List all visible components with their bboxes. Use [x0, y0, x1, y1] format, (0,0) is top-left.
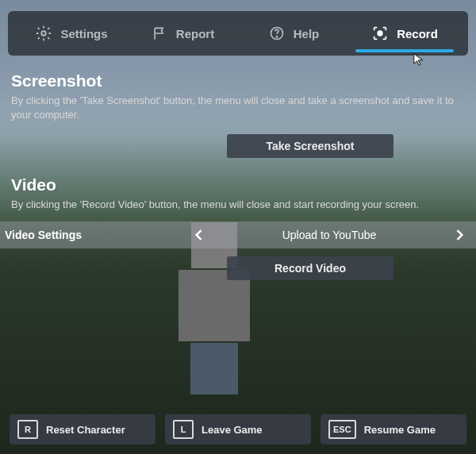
tab-label: Settings [60, 27, 107, 40]
tab-label: Help [294, 27, 320, 40]
video-desc: By clicking the 'Record Video' button, t… [11, 198, 465, 212]
screenshot-title: Screenshot [11, 71, 465, 90]
tab-help[interactable]: Help [238, 11, 349, 56]
leave-game-button[interactable]: L Leave Game [165, 414, 311, 444]
video-setting-value: Upload to YouTube [282, 229, 377, 241]
video-setting-next-button[interactable] [449, 225, 470, 245]
tab-content: Screenshot By clicking the 'Take Screens… [0, 56, 476, 280]
bottom-label: Leave Game [202, 424, 263, 436]
video-title: Video [11, 175, 465, 194]
tab-settings[interactable]: Settings [16, 11, 127, 56]
tab-report[interactable]: Report [127, 11, 238, 56]
bottom-label: Reset Character [46, 424, 125, 436]
video-setting-prev-button[interactable] [189, 225, 209, 245]
gear-icon [35, 25, 52, 42]
bottom-bar: R Reset Character L Leave Game ESC Resum… [0, 414, 476, 444]
tab-label: Report [176, 27, 214, 40]
take-screenshot-button[interactable]: Take Screenshot [227, 134, 393, 158]
screenshot-desc: By clicking the 'Take Screenshot' button… [11, 94, 465, 121]
tab-bar: Settings Report Help [8, 11, 468, 56]
video-settings-label: Video Settings [0, 229, 182, 241]
tab-record[interactable]: Record [349, 11, 460, 56]
record-video-button[interactable]: Record Video [227, 256, 393, 280]
key-esc: ESC [328, 420, 356, 439]
svg-point-0 [42, 31, 47, 36]
reset-character-button[interactable]: R Reset Character [10, 414, 155, 444]
svg-point-2 [276, 37, 277, 37]
key-r: R [17, 420, 38, 439]
tab-label: Record [397, 27, 438, 40]
video-settings-row: Video Settings Upload to YouTube [0, 221, 476, 248]
bottom-label: Resume Game [364, 424, 436, 436]
flag-icon [151, 25, 168, 42]
menu-overlay: Settings Report Help [0, 0, 476, 454]
resume-game-button[interactable]: ESC Resume Game [321, 414, 466, 444]
svg-point-3 [378, 31, 382, 36]
key-l: L [173, 420, 194, 439]
help-icon [268, 25, 286, 42]
record-icon [371, 25, 389, 42]
